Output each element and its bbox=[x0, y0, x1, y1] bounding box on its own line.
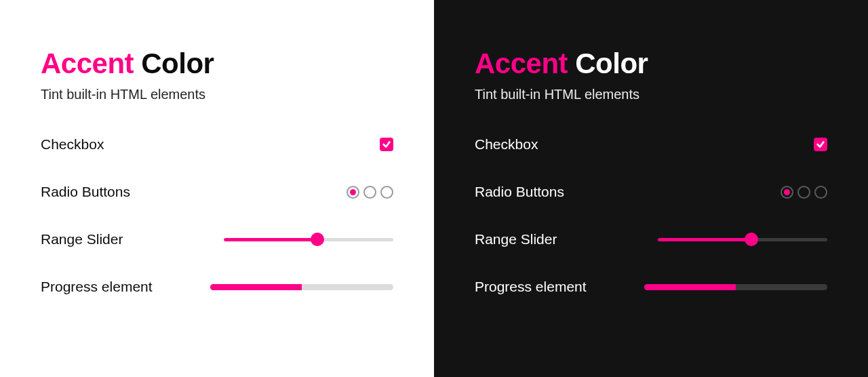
range-slider[interactable] bbox=[658, 233, 827, 246]
check-icon bbox=[816, 140, 825, 149]
title-color-word: Color bbox=[141, 47, 214, 79]
checkbox-input[interactable] bbox=[814, 138, 827, 151]
radio-option-3[interactable] bbox=[814, 186, 827, 199]
check-icon bbox=[382, 140, 391, 149]
radio-label: Radio Buttons bbox=[475, 184, 564, 200]
page-title: Accent Color bbox=[475, 47, 827, 80]
progress-element bbox=[644, 284, 827, 290]
progress-row: Progress element bbox=[41, 279, 393, 295]
radio-option-3[interactable] bbox=[380, 186, 393, 199]
subtitle: Tint built-in HTML elements bbox=[475, 87, 827, 102]
checkbox-row: Checkbox bbox=[475, 136, 827, 153]
radio-option-1[interactable] bbox=[781, 186, 793, 199]
progress-element bbox=[210, 284, 393, 290]
page-title: Accent Color bbox=[41, 47, 393, 80]
progress-label: Progress element bbox=[475, 279, 587, 295]
light-theme-panel: Accent Color Tint built-in HTML elements… bbox=[0, 0, 434, 377]
title-color-word: Color bbox=[575, 47, 648, 79]
radio-option-2[interactable] bbox=[363, 186, 376, 199]
range-label: Range Slider bbox=[475, 231, 557, 247]
checkbox-label: Checkbox bbox=[41, 136, 104, 153]
slider-thumb[interactable] bbox=[745, 233, 758, 246]
radio-label: Radio Buttons bbox=[41, 184, 130, 200]
range-slider[interactable] bbox=[224, 233, 393, 246]
slider-fill bbox=[224, 238, 317, 241]
slider-fill bbox=[658, 238, 751, 241]
subtitle: Tint built-in HTML elements bbox=[41, 87, 393, 102]
checkbox-row: Checkbox bbox=[41, 136, 393, 153]
radio-option-1[interactable] bbox=[347, 186, 359, 199]
radio-row: Radio Buttons bbox=[475, 184, 827, 200]
title-accent-word: Accent bbox=[475, 47, 568, 79]
slider-thumb[interactable] bbox=[311, 233, 324, 246]
progress-fill bbox=[210, 284, 302, 290]
dark-theme-panel: Accent Color Tint built-in HTML elements… bbox=[434, 0, 868, 377]
range-label: Range Slider bbox=[41, 231, 123, 247]
checkbox-input[interactable] bbox=[380, 138, 393, 151]
radio-option-2[interactable] bbox=[797, 186, 810, 199]
range-row: Range Slider bbox=[475, 231, 827, 247]
progress-fill bbox=[644, 284, 736, 290]
progress-label: Progress element bbox=[41, 279, 153, 295]
progress-row: Progress element bbox=[475, 279, 827, 295]
title-accent-word: Accent bbox=[41, 47, 134, 79]
radio-row: Radio Buttons bbox=[41, 184, 393, 200]
checkbox-label: Checkbox bbox=[475, 136, 538, 153]
range-row: Range Slider bbox=[41, 231, 393, 247]
